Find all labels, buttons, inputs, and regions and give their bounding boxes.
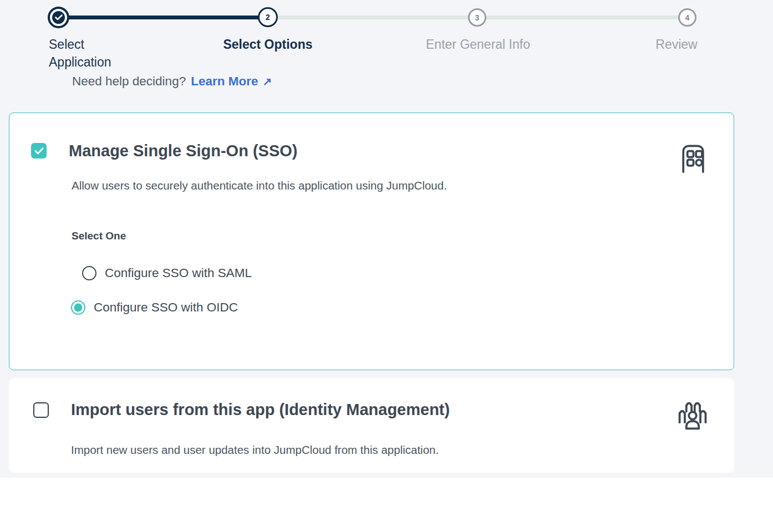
sso-card-description: Allow users to securely authenticate int… xyxy=(72,179,447,192)
footer-bar: Cancel Back Next xyxy=(0,478,773,532)
oidc-highlight-box: Configure SSO with OIDC xyxy=(63,291,258,324)
user-group-icon xyxy=(676,398,709,436)
sso-title-highlight-box: Manage Single Sign-On (SSO) xyxy=(26,131,350,170)
help-prompt: Need help deciding? xyxy=(72,76,186,88)
help-line: Need help deciding?Learn More↗ xyxy=(72,76,272,91)
step-1-indicator[interactable] xyxy=(48,7,69,28)
radio-saml-label: Configure SSO with SAML xyxy=(105,266,252,280)
import-checkbox[interactable] xyxy=(33,402,49,418)
step-4-indicator[interactable]: 4 xyxy=(678,8,696,27)
import-card-title: Import users from this app (Identity Man… xyxy=(71,401,450,419)
radio-option-saml[interactable]: Configure SSO with SAML xyxy=(82,266,252,280)
import-card-header: Import users from this app (Identity Man… xyxy=(33,401,450,419)
radio-option-oidc[interactable]: Configure SSO with OIDC xyxy=(71,300,238,315)
stepper: 2 3 4 Select Application Select Options … xyxy=(0,0,773,75)
step-2-indicator[interactable]: 2 xyxy=(258,7,278,27)
external-link-icon: ↗ xyxy=(262,76,272,88)
step-4-number: 4 xyxy=(685,13,690,22)
step-3-number: 3 xyxy=(475,13,480,22)
radio-saml-control[interactable] xyxy=(82,266,96,280)
app-grid-door-icon xyxy=(677,139,710,177)
step-3-indicator[interactable]: 3 xyxy=(468,8,486,27)
sso-checkbox[interactable] xyxy=(31,143,47,158)
import-card: Import users from this app (Identity Man… xyxy=(9,378,734,473)
sso-card-title: Manage Single Sign-On (SSO) xyxy=(69,142,297,160)
step-2-number: 2 xyxy=(266,13,270,22)
learn-more-link[interactable]: Learn More xyxy=(191,76,258,88)
step-4-label: Review xyxy=(593,35,760,53)
step-1-label: Select Application xyxy=(49,35,132,71)
stepper-track-complete xyxy=(58,16,268,19)
add-application-wizard: 2 3 4 Select Application Select Options … xyxy=(0,0,773,532)
import-card-description: Import new users and user updates into J… xyxy=(71,443,439,457)
select-one-label: Select One xyxy=(72,230,126,242)
radio-oidc-control[interactable] xyxy=(71,300,85,315)
sso-card: Manage Single Sign-On (SSO) Allow users … xyxy=(9,112,734,370)
check-circle-icon xyxy=(52,11,65,24)
step-2-label: Select Options xyxy=(185,35,351,53)
radio-oidc-label: Configure SSO with OIDC xyxy=(94,300,238,315)
step-3-label: Enter General Info xyxy=(395,35,561,53)
